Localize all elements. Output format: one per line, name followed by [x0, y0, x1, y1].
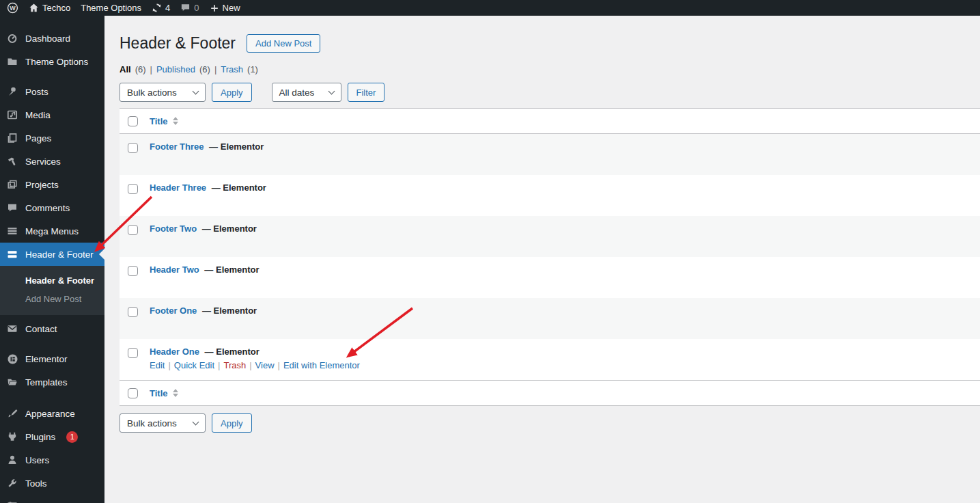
admin-bar: W Techco Theme Options 4 0	[0, 0, 980, 16]
sort-arrows-icon	[173, 389, 178, 397]
site-menu[interactable]: Techco	[29, 3, 70, 13]
sidebar-item-header-footer[interactable]: Header & Footer	[0, 243, 104, 266]
post-state: — Elementor	[212, 182, 266, 193]
menu-separator	[0, 394, 104, 402]
sidebar-item-posts[interactable]: Posts	[0, 80, 104, 103]
sidebar-item-theme-options[interactable]: Theme Options	[0, 50, 104, 73]
submenu-item-add-new-post[interactable]: Add New Post	[0, 290, 104, 308]
post-title-link[interactable]: Header Two	[150, 264, 199, 275]
title-column-sort[interactable]: Title	[150, 388, 178, 398]
tablenav-top: Bulk actions Apply All dates Filter	[120, 83, 980, 102]
filter-button[interactable]: Filter	[348, 83, 385, 102]
sidebar-item-elementor[interactable]: Elementor	[0, 347, 104, 370]
row-checkbox[interactable]	[128, 225, 138, 235]
row-action-view[interactable]: View	[255, 360, 275, 370]
post-state: — Elementor	[204, 264, 259, 275]
home-icon	[29, 3, 39, 13]
menu-separator	[0, 73, 104, 80]
submenu-item-header-footer[interactable]: Header & Footer	[0, 271, 104, 290]
elementor-icon	[5, 352, 19, 366]
row-action-quick-edit[interactable]: Quick Edit	[174, 360, 214, 370]
new-content-menu[interactable]: New	[210, 3, 240, 13]
header-footer-icon	[5, 247, 19, 261]
comments-count: 0	[194, 3, 199, 13]
sidebar-item-plugins[interactable]: Plugins 1	[0, 425, 104, 448]
title-column-sort[interactable]: Title	[150, 116, 178, 126]
chevron-down-icon	[193, 88, 199, 95]
row-checkbox[interactable]	[128, 184, 138, 194]
view-published-link[interactable]: Published	[156, 64, 195, 74]
pushpin-icon	[5, 85, 19, 98]
dashboard-icon	[5, 31, 19, 45]
sort-arrows-icon	[173, 117, 178, 125]
sidebar-item-appearance[interactable]: Appearance	[0, 402, 104, 425]
table-row: Footer Three — Elementor	[120, 134, 980, 175]
row-action-edit[interactable]: Edit	[150, 360, 165, 370]
chevron-down-icon	[328, 88, 335, 95]
pages-icon	[5, 131, 19, 145]
updates-count: 4	[165, 3, 170, 13]
table-row: Footer Two — Elementor	[120, 216, 980, 257]
admin-sidebar: Dashboard Theme Options Posts Media	[0, 16, 104, 503]
sidebar-item-users[interactable]: Users	[0, 448, 104, 472]
select-all-checkbox[interactable]	[128, 116, 138, 126]
envelope-icon	[5, 322, 19, 336]
sidebar-item-dashboard[interactable]: Dashboard	[0, 27, 104, 50]
row-checkbox[interactable]	[128, 348, 138, 358]
plugin-icon	[5, 430, 19, 444]
table-row: Header Two — Elementor	[120, 257, 980, 298]
view-filter-links: All (6) | Published (6) | Trash (1)	[120, 64, 980, 74]
select-all-checkbox[interactable]	[128, 388, 138, 398]
post-state: — Elementor	[202, 223, 257, 234]
row-checkbox[interactable]	[128, 266, 138, 276]
wordpress-admin: W Techco Theme Options 4 0	[0, 0, 980, 503]
sidebar-item-media[interactable]: Media	[0, 103, 104, 126]
sidebar-item-pages[interactable]: Pages	[0, 126, 104, 150]
view-trash-link[interactable]: Trash	[221, 64, 243, 74]
sidebar-item-mega-menus[interactable]: Mega Menus	[0, 219, 104, 243]
apply-button[interactable]: Apply	[212, 83, 252, 102]
apply-button[interactable]: Apply	[212, 413, 252, 433]
sidebar-item-comments[interactable]: Comments	[0, 196, 104, 219]
site-name: Techco	[42, 3, 70, 13]
row-action-trash[interactable]: Trash	[223, 360, 246, 370]
svg-text:W: W	[10, 5, 16, 12]
posts-list-table: Title Footer Three — Elementor Header Th…	[120, 108, 980, 406]
table-row: Header Three — Elementor	[120, 175, 980, 216]
brush-icon	[5, 407, 19, 420]
sidebar-item-projects[interactable]: Projects	[0, 173, 104, 196]
all-dates-select[interactable]: All dates	[272, 83, 341, 102]
add-new-post-button[interactable]: Add New Post	[247, 34, 320, 53]
row-checkbox[interactable]	[128, 307, 138, 317]
plugins-update-badge: 1	[66, 431, 78, 443]
post-title-link[interactable]: Header Three	[150, 182, 206, 193]
theme-options-menu[interactable]: Theme Options	[81, 3, 141, 13]
table-row: Footer One — Elementor	[120, 298, 980, 339]
row-action-edit-with-elementor[interactable]: Edit with Elementor	[283, 360, 360, 370]
comments-menu[interactable]: 0	[180, 3, 199, 13]
post-title-link[interactable]: Footer Three	[150, 141, 204, 152]
updates-menu[interactable]: 4	[152, 3, 170, 13]
view-all-link[interactable]: All	[120, 64, 131, 74]
table-row: Header One — Elementor Edit | Quick Edit…	[120, 339, 980, 380]
sidebar-item-tools[interactable]: Tools	[0, 472, 104, 495]
sidebar-item-services[interactable]: Services	[0, 150, 104, 173]
table-footer-row: Title	[120, 380, 980, 405]
sidebar-item-contact[interactable]: Contact	[0, 317, 104, 340]
updates-icon	[152, 3, 162, 13]
post-title-link[interactable]: Footer One	[150, 305, 197, 316]
sidebar-item-settings-partial[interactable]	[0, 495, 104, 503]
comment-bubble-icon	[180, 3, 191, 13]
post-title-link[interactable]: Header One	[150, 346, 199, 357]
bulk-actions-select[interactable]: Bulk actions	[120, 83, 206, 102]
plus-icon	[210, 3, 219, 13]
bulk-actions-select[interactable]: Bulk actions	[120, 413, 206, 433]
row-checkbox[interactable]	[128, 143, 138, 153]
wordpress-logo-menu[interactable]: W	[7, 2, 18, 14]
post-title-link[interactable]: Footer Two	[150, 223, 197, 234]
tablenav-bottom: Bulk actions Apply	[120, 413, 980, 433]
sidebar-item-templates[interactable]: Templates	[0, 370, 104, 394]
view-trash-count: (1)	[247, 64, 258, 74]
hammer-icon	[5, 154, 19, 168]
page-title: Header & Footer	[120, 34, 236, 53]
